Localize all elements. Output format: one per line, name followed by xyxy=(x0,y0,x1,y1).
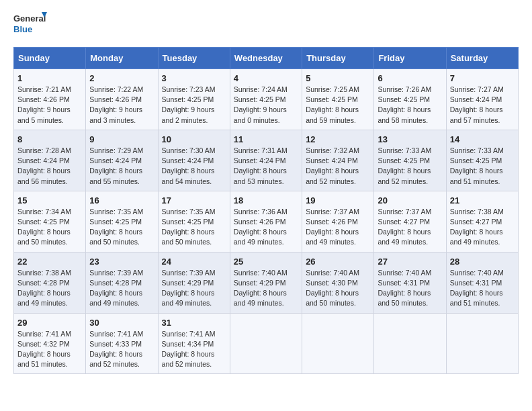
day-number: 8 xyxy=(17,134,82,144)
day-info: Sunrise: 7:25 AM Sunset: 4:25 PM Dayligh… xyxy=(306,85,370,126)
day-info: Sunrise: 7:28 AM Sunset: 4:24 PM Dayligh… xyxy=(17,146,82,187)
calendar-cell: 8 Sunrise: 7:28 AM Sunset: 4:24 PM Dayli… xyxy=(14,130,86,191)
day-info: Sunrise: 7:37 AM Sunset: 4:26 PM Dayligh… xyxy=(306,207,370,248)
calendar-cell: 20 Sunrise: 7:37 AM Sunset: 4:27 PM Dayl… xyxy=(374,191,446,252)
day-info: Sunrise: 7:40 AM Sunset: 4:29 PM Dayligh… xyxy=(234,268,298,309)
day-number: 31 xyxy=(162,318,226,328)
day-number: 26 xyxy=(306,257,370,267)
day-info: Sunrise: 7:33 AM Sunset: 4:25 PM Dayligh… xyxy=(450,146,515,187)
day-info: Sunrise: 7:35 AM Sunset: 4:25 PM Dayligh… xyxy=(89,207,154,248)
day-number: 22 xyxy=(17,257,82,267)
day-number: 27 xyxy=(378,257,442,267)
calendar-cell: 25 Sunrise: 7:40 AM Sunset: 4:29 PM Dayl… xyxy=(230,252,302,313)
day-info: Sunrise: 7:39 AM Sunset: 4:28 PM Dayligh… xyxy=(89,268,154,309)
day-number: 11 xyxy=(234,134,298,144)
calendar-cell: 3 Sunrise: 7:23 AM Sunset: 4:25 PM Dayli… xyxy=(158,69,230,130)
calendar-cell: 29 Sunrise: 7:41 AM Sunset: 4:32 PM Dayl… xyxy=(14,313,86,374)
calendar-cell: 2 Sunrise: 7:22 AM Sunset: 4:26 PM Dayli… xyxy=(86,69,158,130)
day-header-wednesday: Wednesday xyxy=(230,48,302,69)
day-number: 18 xyxy=(234,195,298,205)
logo-icon: General Blue xyxy=(13,11,47,39)
day-number: 24 xyxy=(162,257,226,267)
svg-text:Blue: Blue xyxy=(13,24,32,34)
day-info: Sunrise: 7:29 AM Sunset: 4:24 PM Dayligh… xyxy=(89,146,154,187)
day-info: Sunrise: 7:41 AM Sunset: 4:32 PM Dayligh… xyxy=(17,329,82,370)
day-info: Sunrise: 7:27 AM Sunset: 4:24 PM Dayligh… xyxy=(450,85,515,126)
day-number: 13 xyxy=(378,134,442,144)
day-info: Sunrise: 7:41 AM Sunset: 4:34 PM Dayligh… xyxy=(162,329,226,370)
day-number: 19 xyxy=(306,195,370,205)
day-info: Sunrise: 7:33 AM Sunset: 4:25 PM Dayligh… xyxy=(378,146,442,187)
day-number: 21 xyxy=(450,195,515,205)
day-info: Sunrise: 7:23 AM Sunset: 4:25 PM Dayligh… xyxy=(162,85,226,126)
calendar-cell: 1 Sunrise: 7:21 AM Sunset: 4:26 PM Dayli… xyxy=(14,69,86,130)
day-info: Sunrise: 7:32 AM Sunset: 4:24 PM Dayligh… xyxy=(306,146,370,187)
day-number: 9 xyxy=(89,134,154,144)
day-number: 1 xyxy=(17,73,82,83)
calendar-cell: 14 Sunrise: 7:33 AM Sunset: 4:25 PM Dayl… xyxy=(446,130,518,191)
day-info: Sunrise: 7:37 AM Sunset: 4:27 PM Dayligh… xyxy=(378,207,442,248)
calendar-week-row: 8 Sunrise: 7:28 AM Sunset: 4:24 PM Dayli… xyxy=(14,130,519,191)
calendar-cell: 10 Sunrise: 7:30 AM Sunset: 4:24 PM Dayl… xyxy=(158,130,230,191)
calendar-cell: 12 Sunrise: 7:32 AM Sunset: 4:24 PM Dayl… xyxy=(302,130,374,191)
logo: General Blue xyxy=(13,11,47,39)
day-number: 4 xyxy=(234,73,298,83)
calendar-cell: 16 Sunrise: 7:35 AM Sunset: 4:25 PM Dayl… xyxy=(86,191,158,252)
day-info: Sunrise: 7:39 AM Sunset: 4:29 PM Dayligh… xyxy=(162,268,226,309)
day-number: 3 xyxy=(162,73,226,83)
day-header-monday: Monday xyxy=(86,48,158,69)
calendar-cell: 22 Sunrise: 7:38 AM Sunset: 4:28 PM Dayl… xyxy=(14,252,86,313)
day-info: Sunrise: 7:38 AM Sunset: 4:28 PM Dayligh… xyxy=(17,268,82,309)
calendar-cell xyxy=(374,313,446,374)
svg-text:General: General xyxy=(13,13,46,24)
day-info: Sunrise: 7:36 AM Sunset: 4:26 PM Dayligh… xyxy=(234,207,298,248)
day-number: 15 xyxy=(17,195,82,205)
day-number: 2 xyxy=(89,73,154,83)
calendar-cell: 17 Sunrise: 7:35 AM Sunset: 4:25 PM Dayl… xyxy=(158,191,230,252)
calendar-cell: 4 Sunrise: 7:24 AM Sunset: 4:25 PM Dayli… xyxy=(230,69,302,130)
day-number: 23 xyxy=(89,257,154,267)
day-info: Sunrise: 7:40 AM Sunset: 4:30 PM Dayligh… xyxy=(306,268,370,309)
calendar-cell xyxy=(302,313,374,374)
day-info: Sunrise: 7:35 AM Sunset: 4:25 PM Dayligh… xyxy=(162,207,226,248)
calendar-table: SundayMondayTuesdayWednesdayThursdayFrid… xyxy=(13,47,519,374)
page-header: General Blue xyxy=(13,11,519,39)
day-number: 5 xyxy=(306,73,370,83)
day-header-saturday: Saturday xyxy=(446,48,518,69)
calendar-cell: 30 Sunrise: 7:41 AM Sunset: 4:33 PM Dayl… xyxy=(86,313,158,374)
calendar-cell: 26 Sunrise: 7:40 AM Sunset: 4:30 PM Dayl… xyxy=(302,252,374,313)
calendar-cell: 19 Sunrise: 7:37 AM Sunset: 4:26 PM Dayl… xyxy=(302,191,374,252)
calendar-week-row: 1 Sunrise: 7:21 AM Sunset: 4:26 PM Dayli… xyxy=(14,69,519,130)
day-info: Sunrise: 7:41 AM Sunset: 4:33 PM Dayligh… xyxy=(89,329,154,370)
calendar-cell xyxy=(446,313,518,374)
day-number: 12 xyxy=(306,134,370,144)
calendar-cell: 6 Sunrise: 7:26 AM Sunset: 4:25 PM Dayli… xyxy=(374,69,446,130)
day-header-sunday: Sunday xyxy=(14,48,86,69)
calendar-header-row: SundayMondayTuesdayWednesdayThursdayFrid… xyxy=(14,48,519,69)
day-number: 6 xyxy=(378,73,442,83)
calendar-cell xyxy=(230,313,302,374)
calendar-cell: 7 Sunrise: 7:27 AM Sunset: 4:24 PM Dayli… xyxy=(446,69,518,130)
day-info: Sunrise: 7:21 AM Sunset: 4:26 PM Dayligh… xyxy=(17,85,82,126)
calendar-cell: 13 Sunrise: 7:33 AM Sunset: 4:25 PM Dayl… xyxy=(374,130,446,191)
day-info: Sunrise: 7:22 AM Sunset: 4:26 PM Dayligh… xyxy=(89,85,154,126)
day-info: Sunrise: 7:26 AM Sunset: 4:25 PM Dayligh… xyxy=(378,85,442,126)
day-info: Sunrise: 7:40 AM Sunset: 4:31 PM Dayligh… xyxy=(378,268,442,309)
day-header-friday: Friday xyxy=(374,48,446,69)
day-info: Sunrise: 7:30 AM Sunset: 4:24 PM Dayligh… xyxy=(162,146,226,187)
day-number: 29 xyxy=(17,318,82,328)
day-info: Sunrise: 7:40 AM Sunset: 4:31 PM Dayligh… xyxy=(450,268,515,309)
day-info: Sunrise: 7:31 AM Sunset: 4:24 PM Dayligh… xyxy=(234,146,298,187)
calendar-week-row: 15 Sunrise: 7:34 AM Sunset: 4:25 PM Dayl… xyxy=(14,191,519,252)
day-info: Sunrise: 7:24 AM Sunset: 4:25 PM Dayligh… xyxy=(234,85,298,126)
day-info: Sunrise: 7:38 AM Sunset: 4:27 PM Dayligh… xyxy=(450,207,515,248)
day-info: Sunrise: 7:34 AM Sunset: 4:25 PM Dayligh… xyxy=(17,207,82,248)
calendar-cell: 18 Sunrise: 7:36 AM Sunset: 4:26 PM Dayl… xyxy=(230,191,302,252)
day-number: 17 xyxy=(162,195,226,205)
day-number: 25 xyxy=(234,257,298,267)
calendar-cell: 15 Sunrise: 7:34 AM Sunset: 4:25 PM Dayl… xyxy=(14,191,86,252)
day-number: 14 xyxy=(450,134,515,144)
calendar-cell: 23 Sunrise: 7:39 AM Sunset: 4:28 PM Dayl… xyxy=(86,252,158,313)
day-header-thursday: Thursday xyxy=(302,48,374,69)
calendar-cell: 31 Sunrise: 7:41 AM Sunset: 4:34 PM Dayl… xyxy=(158,313,230,374)
